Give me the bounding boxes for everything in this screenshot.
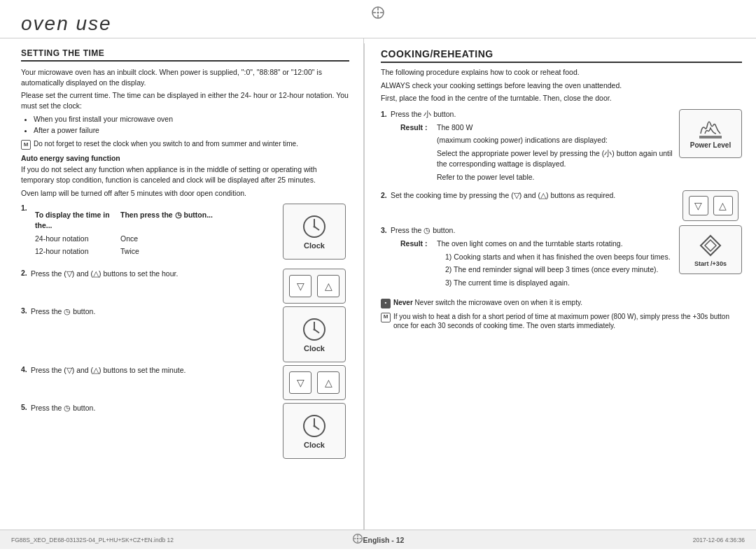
result3-sub3: 3) The current time is displayed again. xyxy=(437,278,675,288)
svg-point-9 xyxy=(314,226,316,228)
subsection-text: If you do not select any function when a… xyxy=(21,164,349,185)
step-5-num: 5. xyxy=(21,403,31,411)
power-level-label: Power Level xyxy=(690,141,731,149)
step-3-text-area: 3. Press the ◷ button. xyxy=(21,306,276,317)
arrow-up-btn-2[interactable]: △ xyxy=(317,371,340,394)
page-footer: FG88S_XEO_DE68-03132S-04_PL+HU+SK+CZ+EN.… xyxy=(0,530,756,549)
start-button-box: Start /+30s xyxy=(679,225,742,274)
step-2-text: Press the (▽) and (△) buttons to set the… xyxy=(31,269,178,279)
arrow-up-icon-2: △ xyxy=(325,377,332,388)
step-4-text: Press the (▽) and (△) buttons to set the… xyxy=(31,365,186,376)
intro-p2: Please set the current time. The time ca… xyxy=(21,90,349,111)
footer-right-text: 2017-12-06 4:36:36 xyxy=(693,537,745,544)
result-line-3: Select the appropriate power level by pr… xyxy=(437,148,675,169)
main-content: SETTING THE TIME Your microwave oven has… xyxy=(0,38,756,530)
step1-row1-col2: Once xyxy=(118,233,275,245)
step-4-text-area: 4. Press the (▽) and (△) buttons to set … xyxy=(21,365,276,376)
right-step-1-block: 1. Press the 小 button. Result : The 800 … xyxy=(381,109,742,186)
arrow-up-icon-1: △ xyxy=(325,280,332,292)
arrow-up-btn-right[interactable]: △ xyxy=(713,196,733,215)
power-level-diagram: Power Level xyxy=(679,109,742,158)
subsection-title: Auto energy saving function xyxy=(21,154,349,162)
arrow-buttons-2: ▽ △ xyxy=(283,365,346,400)
result-label-1: Result : xyxy=(400,122,434,133)
step1-col2-header: Then press the ◷ button... xyxy=(118,209,275,231)
tip-note-icon: M xyxy=(381,313,391,322)
arrow-up-btn-1[interactable]: △ xyxy=(317,275,340,297)
right-step-3-content: Press the ◷ button. Result : The oven li… xyxy=(391,225,675,292)
arrow-buttons-1: ▽ △ xyxy=(283,269,346,304)
clock-icon-1 xyxy=(301,213,328,240)
note-icon-1: M xyxy=(21,140,31,150)
step-1-text-area: 1. To display the time in the... Then pr… xyxy=(21,204,276,266)
result-line-2: (maximum cooking power) indications are … xyxy=(437,135,675,145)
result3-line1: The oven light comes on and the turntabl… xyxy=(437,239,675,249)
start-icon xyxy=(698,233,723,258)
setting-time-title: SETTING THE TIME xyxy=(21,48,349,62)
tip-note: M If you wish to heat a dish for a short… xyxy=(381,312,742,331)
result-content-3: The oven light comes on and the turntabl… xyxy=(437,239,675,291)
step-1-num: 1. xyxy=(21,204,31,212)
arrow-down-btn-2[interactable]: ▽ xyxy=(289,371,312,394)
start-diagram: Start /+30s xyxy=(679,225,742,274)
never-note-icon: • xyxy=(381,299,391,308)
right-step-3-text: Press the ◷ button. xyxy=(391,226,455,234)
step-1-block: 1. To display the time in the... Then pr… xyxy=(21,204,349,266)
step-3-num: 3. xyxy=(21,306,31,315)
step-2-num: 2. xyxy=(21,269,31,277)
svg-point-17 xyxy=(314,425,316,427)
bullet-list: When you first install your microwave ov… xyxy=(34,114,349,136)
cooking-title: COOKING/REHEATING xyxy=(381,48,742,63)
result-label-3: Result : xyxy=(400,239,434,249)
step-4-num: 4. xyxy=(21,365,31,374)
result-line-1: The 800 W xyxy=(437,122,675,133)
clock-icon-3 xyxy=(301,413,328,439)
step-1-table: To display the time in the... Then press… xyxy=(31,208,276,259)
arrow-down-btn-right[interactable]: ▽ xyxy=(689,196,708,215)
step-2-right-diagram: ▽ △ xyxy=(679,190,742,221)
step1-row1-col1: 24-hour notation xyxy=(32,233,116,245)
tip-note-text: If you wish to heat a dish for a short p… xyxy=(393,312,742,331)
right-step-1-num: 1. xyxy=(381,110,391,118)
footer-compass-icon xyxy=(352,533,363,546)
right-step-1-content: Press the 小 button. Result : The 800 W (… xyxy=(391,109,675,186)
clock-label-2: Clock xyxy=(304,344,325,353)
right-step-2-text: Set the cooking time by pressing the (▽)… xyxy=(391,191,615,199)
cooking-intro-p3: First, place the food in the centre of t… xyxy=(381,93,742,104)
arrow-down-btn-1[interactable]: ▽ xyxy=(289,275,312,297)
step1-row2-col1: 12-hour notation xyxy=(32,246,116,257)
svg-point-1 xyxy=(377,12,379,14)
right-step-2-block: 2. Set the cooking time by pressing the … xyxy=(381,190,742,221)
power-level-icon xyxy=(695,118,726,139)
svg-marker-21 xyxy=(705,240,716,251)
step-3-block: 3. Press the ◷ button. Clock xyxy=(21,306,349,362)
right-step-2-num: 2. xyxy=(381,191,391,199)
right-column: COOKING/REHEATING The following procedur… xyxy=(364,38,756,530)
note-text-1: Do not forget to reset the clock when yo… xyxy=(34,139,298,149)
clock-icon-2 xyxy=(301,316,328,343)
right-step-1-text: Press the 小 button. xyxy=(391,110,456,118)
column-divider xyxy=(364,43,365,534)
step1-col1-header: To display the time in the... xyxy=(32,209,116,231)
arrow-buttons-right: ▽ △ xyxy=(682,190,738,221)
step-5-text: Press the ◷ button. xyxy=(31,403,95,413)
arrow-down-icon-right: ▽ xyxy=(694,200,702,211)
page-title: oven use xyxy=(21,13,112,35)
result3-sub2: 2) The end reminder signal will beep 3 t… xyxy=(437,264,675,275)
left-column: SETTING THE TIME Your microwave oven has… xyxy=(0,38,364,530)
power-level-box: Power Level xyxy=(679,109,742,158)
top-compass-icon xyxy=(371,6,385,22)
clock-button-3: Clock xyxy=(283,403,346,459)
svg-marker-20 xyxy=(701,236,720,255)
result3-sub1: 1) Cooking starts and when it has finish… xyxy=(437,252,675,262)
result-line-4: Refer to the power level table. xyxy=(437,172,675,183)
svg-point-23 xyxy=(356,538,358,539)
bullet-item-2: After a power failure xyxy=(34,125,349,136)
bullet-item-1: When you first install your microwave ov… xyxy=(34,114,349,125)
right-step-2-content: Set the cooking time by pressing the (▽)… xyxy=(391,190,675,201)
arrow-down-icon-1: ▽ xyxy=(297,280,304,292)
step-4-block: 4. Press the (▽) and (△) buttons to set … xyxy=(21,365,349,400)
step1-row2-col2: Twice xyxy=(118,246,275,257)
clock-label-1: Clock xyxy=(304,241,325,250)
arrow-down-icon-2: ▽ xyxy=(297,377,304,388)
